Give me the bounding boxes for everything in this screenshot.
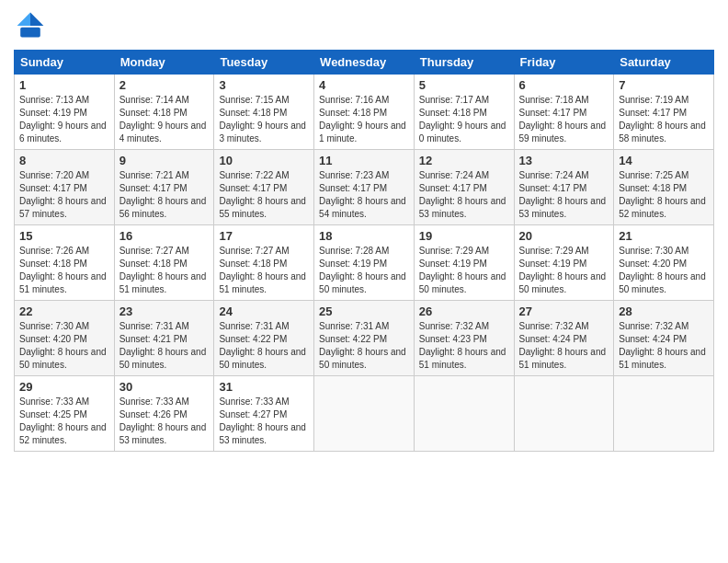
logo [14, 9, 51, 42]
day-info: Sunrise: 7:23 AMSunset: 4:17 PMDaylight:… [319, 169, 409, 221]
day-number: 10 [219, 154, 309, 167]
calendar-cell: 24Sunrise: 7:31 AMSunset: 4:22 PMDayligh… [214, 301, 314, 376]
day-info: Sunrise: 7:25 AMSunset: 4:18 PMDaylight:… [619, 169, 709, 221]
calendar-week-4: 22Sunrise: 7:30 AMSunset: 4:20 PMDayligh… [15, 301, 714, 376]
calendar-cell [614, 376, 714, 452]
day-number: 22 [19, 304, 109, 318]
day-number: 16 [119, 229, 210, 243]
day-number: 13 [519, 154, 609, 167]
day-number: 21 [619, 229, 709, 243]
day-number: 25 [319, 304, 409, 318]
day-number: 27 [519, 304, 609, 318]
day-number: 6 [519, 78, 609, 92]
col-header-saturday: Saturday [614, 51, 714, 75]
calendar-cell: 21Sunrise: 7:30 AMSunset: 4:20 PMDayligh… [614, 225, 714, 301]
calendar-week-2: 8Sunrise: 7:20 AMSunset: 4:17 PMDaylight… [15, 150, 714, 225]
calendar-cell: 7Sunrise: 7:19 AMSunset: 4:17 PMDaylight… [614, 75, 714, 150]
col-header-friday: Friday [514, 51, 614, 75]
calendar-cell: 15Sunrise: 7:26 AMSunset: 4:18 PMDayligh… [15, 225, 115, 301]
calendar-cell [314, 376, 415, 452]
day-info: Sunrise: 7:27 AMSunset: 4:18 PMDaylight:… [119, 245, 210, 296]
day-info: Sunrise: 7:33 AMSunset: 4:25 PMDaylight:… [19, 396, 109, 447]
day-number: 8 [19, 154, 109, 167]
calendar-cell: 25Sunrise: 7:31 AMSunset: 4:22 PMDayligh… [314, 301, 415, 376]
day-info: Sunrise: 7:16 AMSunset: 4:18 PMDaylight:… [319, 94, 409, 145]
calendar-cell: 19Sunrise: 7:29 AMSunset: 4:19 PMDayligh… [414, 225, 514, 301]
day-info: Sunrise: 7:19 AMSunset: 4:17 PMDaylight:… [619, 94, 709, 145]
calendar-cell: 9Sunrise: 7:21 AMSunset: 4:17 PMDaylight… [114, 150, 214, 225]
day-info: Sunrise: 7:18 AMSunset: 4:17 PMDaylight:… [519, 94, 609, 145]
calendar-cell: 8Sunrise: 7:20 AMSunset: 4:17 PMDaylight… [15, 150, 115, 225]
day-info: Sunrise: 7:13 AMSunset: 4:19 PMDaylight:… [19, 94, 109, 145]
day-info: Sunrise: 7:33 AMSunset: 4:27 PMDaylight:… [219, 396, 309, 447]
day-info: Sunrise: 7:24 AMSunset: 4:17 PMDaylight:… [419, 169, 509, 221]
day-number: 7 [619, 78, 709, 92]
calendar-week-3: 15Sunrise: 7:26 AMSunset: 4:18 PMDayligh… [15, 225, 714, 301]
col-header-tuesday: Tuesday [214, 51, 314, 75]
day-info: Sunrise: 7:17 AMSunset: 4:18 PMDaylight:… [419, 94, 509, 145]
day-info: Sunrise: 7:24 AMSunset: 4:17 PMDaylight:… [519, 169, 609, 221]
day-info: Sunrise: 7:14 AMSunset: 4:18 PMDaylight:… [119, 94, 210, 145]
day-number: 31 [219, 380, 309, 394]
day-info: Sunrise: 7:31 AMSunset: 4:22 PMDaylight:… [219, 320, 309, 372]
calendar-cell [414, 376, 514, 452]
calendar-cell [514, 376, 614, 452]
calendar-cell: 10Sunrise: 7:22 AMSunset: 4:17 PMDayligh… [214, 150, 314, 225]
day-number: 3 [219, 78, 309, 92]
calendar-cell: 14Sunrise: 7:25 AMSunset: 4:18 PMDayligh… [614, 150, 714, 225]
day-info: Sunrise: 7:28 AMSunset: 4:19 PMDaylight:… [319, 245, 409, 296]
calendar-cell: 2Sunrise: 7:14 AMSunset: 4:18 PMDaylight… [114, 75, 214, 150]
day-info: Sunrise: 7:33 AMSunset: 4:26 PMDaylight:… [119, 396, 210, 447]
day-info: Sunrise: 7:20 AMSunset: 4:17 PMDaylight:… [19, 169, 109, 221]
calendar-cell: 27Sunrise: 7:32 AMSunset: 4:24 PMDayligh… [514, 301, 614, 376]
day-info: Sunrise: 7:31 AMSunset: 4:21 PMDaylight:… [119, 320, 210, 372]
day-info: Sunrise: 7:30 AMSunset: 4:20 PMDaylight:… [19, 320, 109, 372]
calendar-cell: 3Sunrise: 7:15 AMSunset: 4:18 PMDaylight… [214, 75, 314, 150]
day-number: 24 [219, 304, 309, 318]
day-number: 30 [119, 380, 210, 394]
day-number: 26 [419, 304, 509, 318]
day-info: Sunrise: 7:22 AMSunset: 4:17 PMDaylight:… [219, 169, 309, 221]
day-number: 19 [419, 229, 509, 243]
svg-marker-1 [17, 13, 30, 26]
day-info: Sunrise: 7:26 AMSunset: 4:18 PMDaylight:… [19, 245, 109, 296]
col-header-thursday: Thursday [414, 51, 514, 75]
calendar-cell: 11Sunrise: 7:23 AMSunset: 4:17 PMDayligh… [314, 150, 415, 225]
calendar-cell: 16Sunrise: 7:27 AMSunset: 4:18 PMDayligh… [114, 225, 214, 301]
day-number: 5 [419, 78, 509, 92]
day-number: 23 [119, 304, 210, 318]
header [14, 9, 714, 42]
calendar-cell: 23Sunrise: 7:31 AMSunset: 4:21 PMDayligh… [114, 301, 214, 376]
svg-rect-2 [20, 28, 40, 38]
day-number: 4 [319, 78, 409, 92]
calendar-cell: 13Sunrise: 7:24 AMSunset: 4:17 PMDayligh… [514, 150, 614, 225]
day-number: 11 [319, 154, 409, 167]
day-number: 18 [319, 229, 409, 243]
day-info: Sunrise: 7:31 AMSunset: 4:22 PMDaylight:… [319, 320, 409, 372]
calendar-cell: 30Sunrise: 7:33 AMSunset: 4:26 PMDayligh… [114, 376, 214, 452]
day-info: Sunrise: 7:29 AMSunset: 4:19 PMDaylight:… [419, 245, 509, 296]
day-number: 15 [19, 229, 109, 243]
day-info: Sunrise: 7:15 AMSunset: 4:18 PMDaylight:… [219, 94, 309, 145]
svg-marker-0 [30, 13, 43, 26]
day-info: Sunrise: 7:27 AMSunset: 4:18 PMDaylight:… [219, 245, 309, 296]
day-number: 29 [19, 380, 109, 394]
col-header-monday: Monday [114, 51, 214, 75]
day-info: Sunrise: 7:21 AMSunset: 4:17 PMDaylight:… [119, 169, 210, 221]
calendar-cell: 20Sunrise: 7:29 AMSunset: 4:19 PMDayligh… [514, 225, 614, 301]
calendar-cell: 26Sunrise: 7:32 AMSunset: 4:23 PMDayligh… [414, 301, 514, 376]
day-number: 28 [619, 304, 709, 318]
calendar-cell: 18Sunrise: 7:28 AMSunset: 4:19 PMDayligh… [314, 225, 415, 301]
day-number: 12 [419, 154, 509, 167]
day-info: Sunrise: 7:32 AMSunset: 4:23 PMDaylight:… [419, 320, 509, 372]
day-number: 20 [519, 229, 609, 243]
day-number: 9 [119, 154, 210, 167]
calendar-cell: 1Sunrise: 7:13 AMSunset: 4:19 PMDaylight… [15, 75, 115, 150]
calendar-cell: 6Sunrise: 7:18 AMSunset: 4:17 PMDaylight… [514, 75, 614, 150]
calendar-cell: 4Sunrise: 7:16 AMSunset: 4:18 PMDaylight… [314, 75, 415, 150]
col-header-wednesday: Wednesday [314, 51, 415, 75]
day-info: Sunrise: 7:32 AMSunset: 4:24 PMDaylight:… [619, 320, 709, 372]
day-info: Sunrise: 7:32 AMSunset: 4:24 PMDaylight:… [519, 320, 609, 372]
calendar-cell: 12Sunrise: 7:24 AMSunset: 4:17 PMDayligh… [414, 150, 514, 225]
calendar-week-1: 1Sunrise: 7:13 AMSunset: 4:19 PMDaylight… [15, 75, 714, 150]
